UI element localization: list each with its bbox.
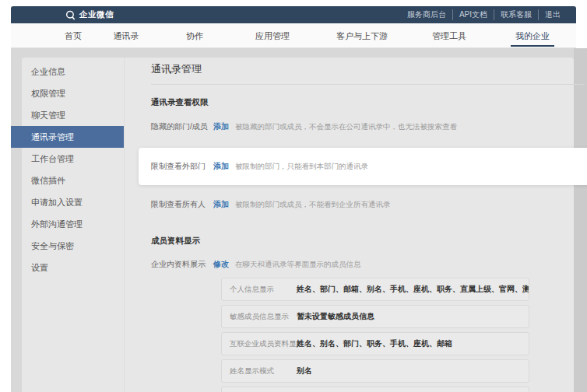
setting-row-hidden-members: 隐藏的部门/成员 添加 被隐藏的部门或成员，不会显示在公司通讯录中，也无法被搜索… [151,119,457,135]
app-title: 企业微信 [79,9,114,20]
setting-description: 被限制的部门或成员，不能看到企业所有通讯录 [235,200,391,210]
sidebar-item-wechat-plugin[interactable]: 微信插件 [22,170,124,191]
main-nav: 首页 通讯录 协作 应用管理 客户与上下游 管理工具 我的企业 [11,23,576,48]
highlighted-setting-panel: 限制查看外部门 添加 被限制的部门，只能看到本部门的通讯录 [139,148,587,185]
table-row-name-display-mode: 姓名显示模式 别名 [221,359,529,383]
wechat-work-logo-icon [65,10,76,20]
table-row-label: 互联企业成员资料显示 [230,339,297,349]
profile-display-table: 个人信息显示 姓名、部门、邮箱、别名、手机、座机、职务、直属上级、官网、测...… [221,278,529,392]
add-link[interactable]: 添加 [213,121,229,132]
setting-label: 限制查看外部门 [151,161,213,172]
sidebar-item-external-comm[interactable]: 外部沟通管理 [22,213,124,235]
sidebar-item-permissions[interactable]: 权限管理 [22,82,124,104]
setting-label: 隐藏的部门/成员 [151,121,213,132]
table-row-value: 姓名、部门、邮箱、别名、手机、座机、职务、直属上级、官网、测... [297,284,529,295]
sidebar-item-contacts-mgmt[interactable]: 通讯录管理 [11,126,124,148]
setting-description: 被限制的部门，只能看到本部门的通讯录 [235,162,368,172]
main-content: 通讯录管理 通讯录查看权限 隐藏的部门/成员 添加 被隐藏的部门或成员，不会显示… [147,58,587,392]
nav-tab-contacts[interactable]: 通讯录 [114,23,139,48]
top-bar: 企业微信 服务商后台 API文档 联系客服 退出 [11,6,576,23]
setting-row-company-profile: 企业内资料展示 修改 在聊天和通讯录等界面显示的成员信息 [151,257,361,272]
nav-tab-home[interactable]: 首页 [65,23,82,48]
table-row-label: 敏感成员信息显示 [230,312,297,322]
setting-description: 被隐藏的部门或成员，不会显示在公司通讯录中，也无法被搜索查看 [235,122,457,132]
add-link[interactable]: 添加 [213,161,229,172]
setting-label: 限制查看所有人 [151,199,213,210]
page-title: 通讯录管理 [151,62,202,76]
nav-tab-tools[interactable]: 管理工具 [432,23,466,48]
section-heading-view-permissions: 通讯录查看权限 [151,97,209,108]
sidebar-item-join-settings[interactable]: 申请加入设置 [22,191,124,213]
sidebar-item-chat-mgmt[interactable]: 聊天管理 [22,104,124,126]
setting-row-restrict-all: 限制查看所有人 添加 被限制的部门或成员，不能看到企业所有通讯录 [151,197,391,212]
logout-link[interactable]: 退出 [538,9,567,20]
section-heading-member-profile: 成员资料显示 [151,236,200,247]
contact-support-link[interactable]: 联系客服 [494,9,538,20]
sidebar-item-workbench[interactable]: 工作台管理 [22,148,124,170]
top-links: 服务商后台 API文档 联系客服 退出 [401,9,567,20]
active-tab-underline [511,45,554,47]
provider-console-link[interactable]: 服务商后台 [401,9,452,20]
nav-tab-apps[interactable]: 应用管理 [255,23,290,48]
table-row-value: 姓名、别名、部门、职务、手机、座机、邮箱 [297,338,452,349]
setting-description: 在聊天和通讯录等界面显示的成员信息 [235,260,361,270]
table-row-value: 别名 [297,366,312,376]
table-row-desktop-info-display: 桌面端信息显示 职务 [221,387,529,392]
add-link[interactable]: 添加 [213,199,229,210]
setting-row-restrict-external-dept: 限制查看外部门 添加 被限制的部门，只能看到本部门的通讯录 [151,159,368,174]
modify-link[interactable]: 修改 [213,259,229,270]
sidebar-item-company-info[interactable]: 企业信息 [22,61,124,82]
api-docs-link[interactable]: API文档 [452,9,494,20]
setting-label: 企业内资料展示 [151,259,213,270]
table-row-label: 个人信息显示 [230,285,297,295]
settings-card: 企业信息 权限管理 聊天管理 通讯录管理 工作台管理 微信插件 申请加入设置 外… [22,58,574,392]
app-logo: 企业微信 [65,9,114,20]
sidebar-item-security[interactable]: 安全与保密 [22,235,124,257]
table-row-label: 姓名显示模式 [230,366,297,376]
table-row-personal-info: 个人信息显示 姓名、部门、邮箱、别名、手机、座机、职务、直属上级、官网、测... [221,278,529,301]
title-divider [151,84,585,85]
nav-tab-collab[interactable]: 协作 [186,23,203,48]
table-row-linked-company-info: 互联企业成员资料显示 姓名、别名、部门、职务、手机、座机、邮箱 [221,332,529,355]
nav-tab-customers[interactable]: 客户与上下游 [336,23,388,48]
sidebar-item-settings[interactable]: 设置 [22,257,124,278]
table-row-value: 暂未设置敏感成员信息 [297,311,374,322]
settings-sidebar: 企业信息 权限管理 聊天管理 通讯录管理 工作台管理 微信插件 申请加入设置 外… [22,58,125,392]
table-row-sensitive-info: 敏感成员信息显示 暂未设置敏感成员信息 [221,305,529,328]
